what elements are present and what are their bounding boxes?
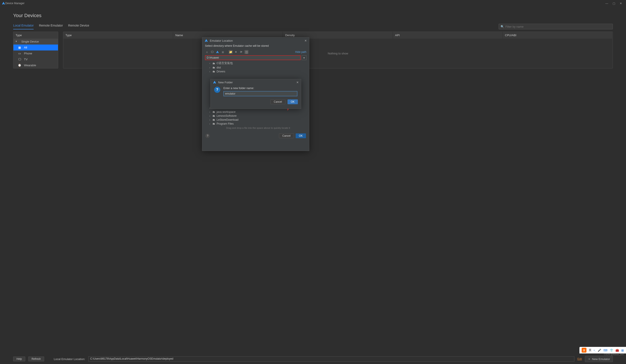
sidebar-header: Type <box>13 32 58 39</box>
path-input[interactable] <box>205 55 301 60</box>
new-folder-icon[interactable]: 📁 <box>229 50 233 54</box>
empty-state: Nothing to show <box>63 39 613 68</box>
th-api[interactable]: API <box>393 32 503 39</box>
chevron-down-icon: ▼ <box>15 40 17 43</box>
dialog-close-icon[interactable]: ✕ <box>305 39 307 42</box>
phone-icon: ▭ <box>18 52 21 55</box>
device-table: Type Name Density API CPU/ABI Size on Di… <box>63 32 613 68</box>
minimize-button[interactable]: — <box>605 2 608 5</box>
home-icon[interactable]: ⌂ <box>205 50 209 54</box>
search-icon: 🔍 <box>501 25 504 28</box>
module-icon[interactable]: ▣ <box>221 50 225 54</box>
app-logo-icon <box>2 1 5 5</box>
grid-icon: ▦ <box>18 46 21 49</box>
folder-icon: 🖿 <box>212 62 215 65</box>
type-sidebar: Type ▼ Single Device ▦ All ▭ Phone 🖵 TV … <box>13 32 58 68</box>
dialog-description: Select directory where Emulator cache wi… <box>202 44 309 50</box>
sidebar-item-phone[interactable]: ▭ Phone <box>13 50 58 56</box>
dialog-title: Emulator Location <box>210 39 233 42</box>
desktop-icon[interactable]: 🖵 <box>210 50 214 54</box>
tab-local-emulator[interactable]: Local Emulator <box>13 24 34 29</box>
th-type[interactable]: Type <box>63 32 173 39</box>
path-history-dropdown[interactable]: ▾ <box>302 55 306 60</box>
hide-path-link[interactable]: Hide path <box>295 50 306 54</box>
th-cpu-abi[interactable]: CPU/ABI <box>503 32 613 39</box>
table-header-row: Type Name Density API CPU/ABI Size on Di… <box>63 32 613 39</box>
window-title: Device Manager <box>5 2 605 5</box>
sidebar-item-all[interactable]: ▦ All <box>13 45 58 50</box>
tab-bar: Local Emulator Remote Emulator Remote De… <box>13 24 613 29</box>
dialog-toolbar: ⌂ 🖵 ▣ 📁 ✕ ⟳ ◫ Hide path <box>202 50 309 55</box>
tab-remote-device[interactable]: Remote Device <box>68 24 89 29</box>
directory-tree[interactable]: ›🖿C语言安装包 ›🖿dist ›🖿Drivers ›🖿ws ›🖿IVY Sof… <box>202 60 309 68</box>
refresh-icon[interactable]: ⟳ <box>239 50 243 54</box>
sidebar-item-tv[interactable]: 🖵 TV <box>13 56 58 62</box>
close-button[interactable]: ✕ <box>620 2 622 5</box>
dialog-logo-icon <box>204 39 208 42</box>
sidebar-item-wearable[interactable]: ⌚ Wearable <box>13 62 58 68</box>
title-bar: Device Manager — ▢ ✕ <box>0 0 626 7</box>
tab-remote-emulator[interactable]: Remote Emulator <box>39 24 63 29</box>
filter-input-wrap[interactable]: 🔍 <box>499 24 613 29</box>
sidebar-category-single-device[interactable]: ▼ Single Device <box>13 39 58 45</box>
folder-icon: 🖿 <box>212 66 215 68</box>
emulator-location-dialog: Emulator Location ✕ Select directory whe… <box>202 37 309 68</box>
tv-icon: 🖵 <box>18 58 21 61</box>
show-hidden-icon[interactable]: ◫ <box>244 50 248 54</box>
delete-icon[interactable]: ✕ <box>234 50 238 54</box>
page-title: Your Devices <box>13 13 613 18</box>
project-icon[interactable] <box>215 50 219 54</box>
watch-icon: ⌚ <box>18 64 21 67</box>
maximize-button[interactable]: ▢ <box>613 2 615 5</box>
filter-input[interactable] <box>506 25 611 28</box>
